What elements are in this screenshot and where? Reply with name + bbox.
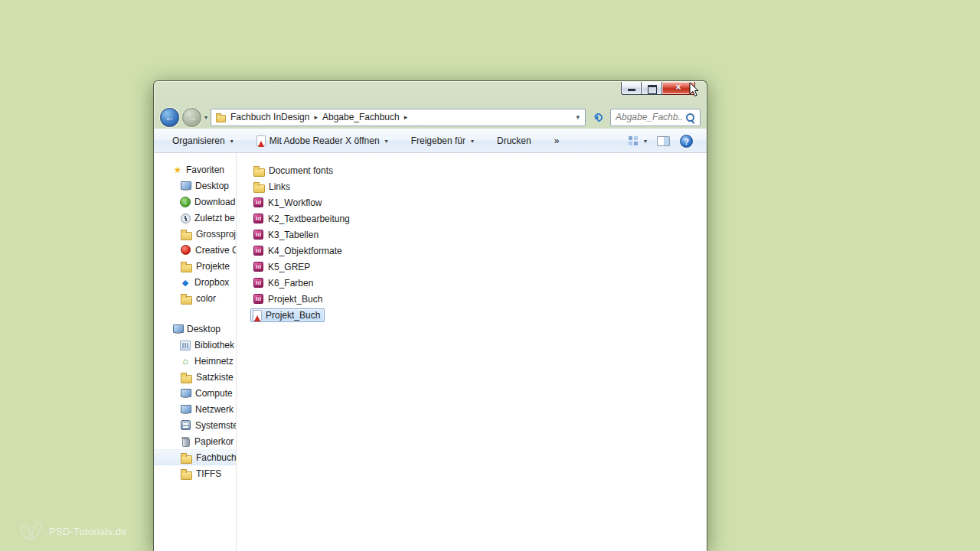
monitor-icon	[180, 180, 191, 191]
title-bar[interactable]: ×	[154, 81, 707, 106]
pdf-file-icon	[253, 310, 262, 321]
minimize-button[interactable]	[621, 82, 642, 95]
file-item-k5-grep[interactable]: Id K5_GREP	[250, 259, 315, 274]
indesign-file-icon: Id	[253, 278, 263, 288]
file-row: Id K4_Objektformate	[250, 243, 707, 259]
file-row: Id Projekt_Buch	[250, 291, 707, 307]
organize-label: Organisieren	[172, 135, 225, 146]
sidebar-item-bibliotheken[interactable]: Bibliothek	[154, 337, 236, 353]
navigation-pane: ★ Favoriten Desktop ↓ Download Zuletzt b…	[154, 153, 237, 551]
folder-icon	[180, 372, 192, 383]
address-bar: ← → ▾ Fachbuch InDesign ▸ Abgabe_Fachbuc…	[154, 106, 707, 129]
maximize-button[interactable]	[642, 82, 662, 95]
recycle-bin-icon	[180, 436, 191, 447]
sidebar-item-creative-cloud[interactable]: Creative C	[154, 242, 236, 258]
control-panel-icon	[181, 420, 191, 430]
preview-pane-icon[interactable]	[657, 136, 670, 146]
breadcrumb-separator-icon[interactable]: ▸	[404, 113, 408, 121]
chevron-down-icon: ▾	[471, 138, 474, 145]
share-button[interactable]: Freigeben für ▾	[411, 135, 474, 146]
help-icon[interactable]: ?	[680, 135, 693, 148]
file-row: Id K2_Textbearbeitung	[250, 210, 707, 227]
download-icon: ↓	[180, 197, 191, 207]
file-item-k4-objektformate[interactable]: Id K4_Objektformate	[250, 243, 347, 258]
chevron-down-icon: ▾	[644, 138, 647, 145]
indesign-file-icon: Id	[253, 214, 263, 223]
sidebar-item-grossproj[interactable]: Grossproj	[154, 226, 236, 242]
folder-icon	[253, 165, 265, 176]
sidebar-header-desktop[interactable]: Desktop	[154, 321, 236, 337]
indesign-file-icon: Id	[253, 230, 263, 240]
butterfly-logo	[18, 520, 44, 542]
breadcrumb-segment[interactable]: Fachbuch InDesign	[228, 112, 312, 122]
file-list: Document fonts Links Id K1_Workflow Id K…	[237, 153, 707, 551]
chevron-down-icon: ▾	[385, 138, 388, 145]
sidebar-item-dropbox[interactable]: ◆ Dropbox	[154, 274, 236, 290]
watermark: PSD-Tutorials.de	[18, 520, 127, 542]
location-folder-icon[interactable]	[215, 112, 226, 122]
indesign-file-icon: Id	[253, 262, 263, 272]
folder-icon	[253, 181, 265, 192]
sidebar-section-desktop: Desktop Bibliothek ⌂ Heimnetz Satzkiste …	[154, 321, 236, 481]
sidebar-item-fachbuch[interactable]: Fachbuch	[154, 449, 236, 465]
sidebar-item-papierkorb[interactable]: Papierkor	[154, 433, 236, 449]
file-row: Id K6_Farben	[250, 275, 707, 291]
folder-icon	[180, 452, 192, 463]
search-input[interactable]: Abgabe_Fachb...	[610, 109, 701, 126]
file-row: Id K3_Tabellen	[250, 227, 707, 243]
file-item-document-fonts[interactable]: Document fonts	[250, 164, 338, 178]
content-area: ★ Favoriten Desktop ↓ Download Zuletzt b…	[154, 153, 707, 551]
print-label: Drucken	[497, 135, 531, 146]
sidebar-item-downloads[interactable]: ↓ Download	[154, 194, 236, 210]
sidebar-item-computer[interactable]: Compute	[154, 385, 236, 401]
breadcrumb-separator-icon[interactable]: ▸	[314, 113, 318, 121]
breadcrumb-segment[interactable]: Abgabe_Fachbuch	[320, 112, 402, 122]
open-with-button[interactable]: Mit Adobe Reader X öffnen ▾	[256, 135, 388, 146]
sidebar-header-favorites[interactable]: ★ Favoriten	[154, 161, 236, 178]
folder-icon	[180, 468, 192, 479]
file-item-k6-farben[interactable]: Id K6_Farben	[250, 276, 318, 290]
file-item-k3-tabellen[interactable]: Id K3_Tabellen	[250, 227, 323, 242]
file-row: Document fonts	[250, 162, 707, 178]
forward-button[interactable]: →	[182, 108, 201, 127]
file-item-k1-workflow[interactable]: Id K1_Workflow	[250, 195, 326, 210]
creative-cloud-icon	[181, 245, 191, 255]
search-icon	[685, 112, 695, 122]
sidebar-header-label: Desktop	[187, 324, 220, 334]
file-row: Links	[250, 178, 707, 194]
breadcrumb[interactable]: Fachbuch InDesign ▸ Abgabe_Fachbuch ▸ ▾	[211, 109, 586, 126]
indesign-file-icon: Id	[253, 294, 263, 304]
sidebar-item-netzwerk[interactable]: Netzwerk	[154, 401, 236, 417]
clock-icon	[180, 213, 191, 223]
file-item-projekt-buch-indd[interactable]: Id Projekt_Buch	[250, 292, 327, 306]
sidebar-item-satzkiste[interactable]: Satzkiste	[154, 369, 236, 385]
print-button[interactable]: Drucken	[497, 135, 531, 146]
libraries-icon	[180, 341, 191, 350]
computer-icon	[180, 387, 191, 399]
breadcrumb-dropdown-icon[interactable]: ▾	[576, 113, 581, 121]
network-icon	[180, 403, 191, 415]
refresh-icon	[592, 111, 603, 122]
sidebar-item-color[interactable]: color	[154, 290, 236, 306]
file-item-links[interactable]: Links	[250, 180, 295, 194]
views-button[interactable]: ▾	[628, 135, 647, 146]
sidebar-item-projekte[interactable]: Projekte	[154, 258, 236, 274]
explorer-window: × ← → ▾ Fachbuch InDesign ▸ Abgabe_Fachb…	[153, 80, 707, 551]
sidebar-item-tiffs[interactable]: TIFFS	[154, 465, 236, 481]
homegroup-icon: ⌂	[180, 356, 191, 367]
sidebar-item-desktop[interactable]: Desktop	[154, 178, 236, 194]
sidebar-item-recent-places[interactable]: Zuletzt be	[154, 210, 236, 226]
organize-button[interactable]: Organisieren ▾	[172, 135, 234, 146]
history-dropdown-icon[interactable]: ▾	[204, 114, 207, 121]
adobe-reader-icon	[256, 135, 266, 146]
sidebar-item-systemsteuerung[interactable]: Systemste	[154, 417, 236, 433]
sidebar-item-heimnetzgruppe[interactable]: ⌂ Heimnetz	[154, 353, 236, 369]
back-button[interactable]: ←	[160, 108, 179, 127]
refresh-button[interactable]	[589, 109, 607, 126]
file-item-k2-textbearbeitung[interactable]: Id K2_Textbearbeitung	[250, 211, 354, 226]
file-item-projekt-buch-pdf[interactable]: Projekt_Buch	[250, 308, 325, 322]
toolbar-overflow-button[interactable]: »	[554, 135, 560, 146]
monitor-icon	[172, 323, 184, 334]
file-row: Id K5_GREP	[250, 259, 707, 275]
share-label: Freigeben für	[411, 135, 466, 146]
